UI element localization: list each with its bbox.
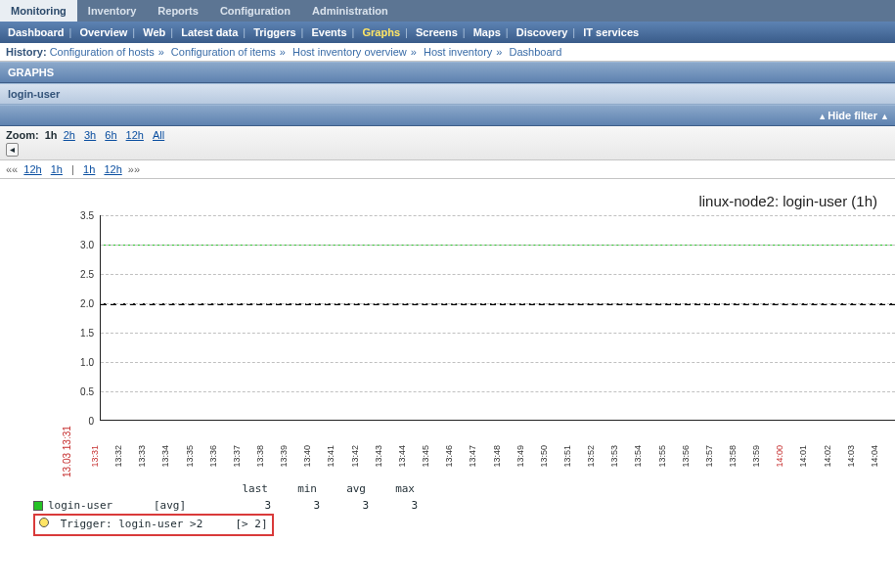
trigger-expr: [> 2] — [235, 518, 267, 530]
legend-avg: 3 — [320, 498, 369, 515]
x-tick-label: 13:41 — [326, 445, 336, 468]
subnav-latest-data[interactable]: Latest data — [181, 26, 238, 38]
legend-series-agg: [avg] — [154, 498, 222, 515]
date-anchor: 13.03 13:31 — [62, 426, 72, 477]
nav-right-1h[interactable]: 1h — [83, 163, 95, 175]
nav-left-12h[interactable]: 12h — [23, 163, 41, 175]
x-tick-label: 13:33 — [137, 445, 147, 468]
legend-series-name: login-user — [48, 498, 154, 515]
subnav-discovery[interactable]: Discovery — [516, 26, 568, 38]
x-tick-label: 13:38 — [255, 445, 265, 468]
crumb-link[interactable]: Host inventory overview — [292, 46, 407, 58]
top-nav: Monitoring Inventory Reports Configurati… — [0, 0, 895, 22]
nav-right-dbl[interactable]: »» — [128, 163, 140, 175]
x-tick-label: 13:32 — [113, 445, 123, 468]
x-tick-label: 13:39 — [279, 445, 289, 468]
time-nav-row: «« 12h 1h | 1h 12h »» — [0, 160, 895, 179]
breadcrumb: History: Configuration of hosts» Configu… — [0, 43, 895, 62]
tab-inventory[interactable]: Inventory — [77, 0, 148, 22]
x-tick-label: 13:34 — [160, 445, 170, 468]
x-tick-label: 13:48 — [492, 445, 502, 468]
subnav-web[interactable]: Web — [143, 26, 165, 38]
x-tick-label: 13:50 — [539, 445, 549, 468]
tab-reports[interactable]: Reports — [147, 0, 209, 22]
zoom-label: Zoom: — [6, 129, 39, 141]
x-tick-label: 13:54 — [633, 445, 643, 468]
chart-title: linux-node2: login-user (1h) — [12, 187, 895, 209]
subnav-dashboard[interactable]: Dashboard — [8, 26, 64, 38]
nav-right-12h[interactable]: 12h — [104, 163, 121, 175]
trigger-highlight: Trigger: login-user >2 [> 2] — [33, 514, 274, 536]
x-tick-label: 14:04 — [870, 445, 879, 468]
collapse-up-icon: ▲ — [880, 112, 887, 121]
crumb-link[interactable]: Configuration of items — [171, 46, 276, 58]
page-bar: GRAPHS — [0, 62, 895, 83]
subnav-it-services[interactable]: IT services — [583, 26, 639, 38]
y-tick-label: 3.5 — [35, 210, 94, 221]
legend-min: 3 — [271, 498, 320, 515]
crumb-link[interactable]: Dashboard — [509, 46, 561, 58]
legend-header-min: min — [268, 481, 317, 498]
filter-toggle-bar[interactable]: ▲ Hide filter ▲ — [0, 105, 895, 126]
legend-series-row: login-user [avg] 3 3 3 3 — [33, 498, 895, 515]
zoom-2h[interactable]: 2h — [64, 129, 75, 141]
zoom-all[interactable]: All — [153, 129, 164, 141]
x-tick-label: 14:02 — [823, 445, 832, 468]
subnav-events[interactable]: Events — [312, 26, 347, 38]
crumb-link[interactable]: Host inventory — [424, 46, 492, 58]
tab-monitoring[interactable]: Monitoring — [0, 0, 77, 22]
nav-sep: | — [71, 163, 74, 175]
subnav-triggers[interactable]: Triggers — [253, 26, 295, 38]
legend-header-avg: avg — [317, 481, 366, 498]
x-tick-label: 13:55 — [657, 445, 667, 468]
legend-max: 3 — [369, 498, 418, 515]
x-tick-label: 14:03 — [846, 445, 856, 468]
x-tick-label: 13:52 — [586, 445, 596, 468]
x-tick-label: 13:56 — [681, 445, 691, 468]
trigger-color-swatch — [39, 518, 49, 527]
series-color-swatch — [33, 501, 43, 511]
x-tick-label: 13:53 — [609, 445, 619, 468]
y-tick-label: 3.0 — [35, 240, 94, 250]
zoom-6h[interactable]: 6h — [105, 129, 116, 141]
subnav-overview[interactable]: Overview — [79, 26, 127, 38]
x-tick-label: 13:51 — [562, 445, 572, 468]
x-tick-label: 13:31 — [90, 445, 100, 468]
y-tick-label: 1.5 — [35, 328, 94, 339]
legend-header-last: last — [219, 481, 268, 498]
nav-left-dbl[interactable]: «« — [6, 163, 18, 175]
y-tick-label: 0.5 — [35, 386, 94, 397]
zoom-12h[interactable]: 12h — [126, 129, 144, 141]
zoom-1h[interactable]: 1h — [45, 129, 58, 141]
x-tick-label: 13:46 — [444, 445, 454, 468]
x-tick-label: 13:36 — [208, 445, 218, 468]
y-tick-label: 2.0 — [35, 298, 94, 309]
nav-left-1h[interactable]: 1h — [51, 163, 63, 175]
x-tick-label: 13:58 — [728, 445, 738, 468]
tab-configuration[interactable]: Configuration — [209, 0, 301, 22]
x-tick-label: 13:44 — [397, 445, 407, 468]
crumb-link[interactable]: Configuration of hosts — [50, 46, 155, 58]
x-tick-label: 13:45 — [421, 445, 430, 468]
subnav-graphs[interactable]: Graphs — [363, 26, 401, 38]
legend: last min avg max login-user [avg] 3 3 3 … — [33, 481, 895, 536]
scroll-left-button[interactable]: ◂ — [6, 143, 19, 157]
subnav-maps[interactable]: Maps — [473, 26, 501, 38]
trigger-label: Trigger: login-user >2 — [61, 518, 203, 530]
zoom-row: Zoom: 1h 2h 3h 6h 12h All ◂ — [0, 126, 895, 160]
chart-container: linux-node2: login-user (1h) 00.51.01.52… — [0, 179, 895, 536]
x-tick-label: 13:59 — [751, 445, 761, 468]
chart-area[interactable]: 00.51.01.52.02.53.03.5 13:3113:3213:3313… — [12, 215, 895, 440]
zoom-3h[interactable]: 3h — [84, 129, 96, 141]
x-tick-label: 13:49 — [515, 445, 525, 468]
x-tick-label: 13:35 — [185, 445, 195, 468]
x-tick-label: 13:43 — [374, 445, 383, 468]
x-tick-label: 13:42 — [350, 445, 360, 468]
hide-filter-label: Hide filter — [828, 110, 877, 121]
graph-title-bar: login-user — [0, 83, 895, 105]
subnav-screens[interactable]: Screens — [416, 26, 458, 38]
legend-trigger-row: Trigger: login-user >2 [> 2] — [33, 514, 895, 536]
x-tick-label: 13:37 — [232, 445, 242, 468]
tab-administration[interactable]: Administration — [301, 0, 399, 22]
y-tick-label: 1.0 — [35, 357, 94, 368]
